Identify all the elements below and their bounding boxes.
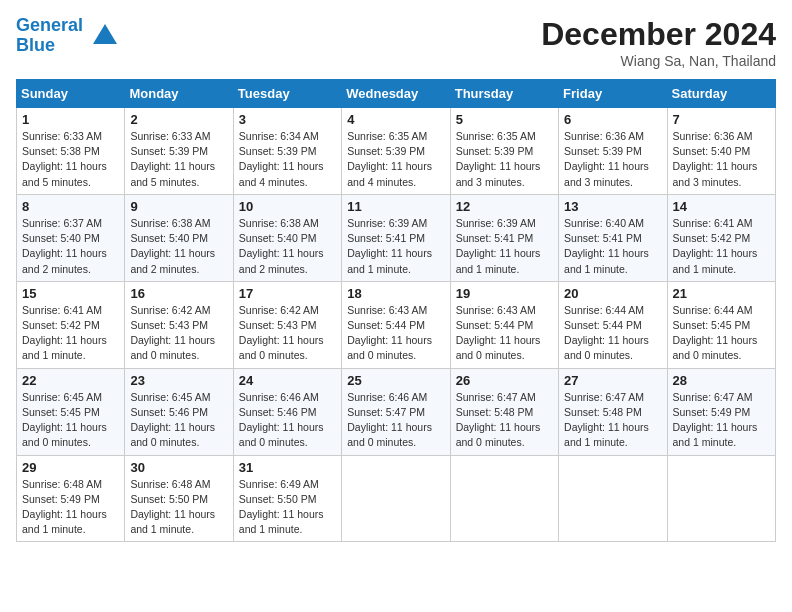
calendar-cell: 11Sunrise: 6:39 AMSunset: 5:41 PMDayligh… <box>342 194 450 281</box>
day-number: 22 <box>22 373 119 388</box>
day-number: 31 <box>239 460 336 475</box>
day-info: Sunrise: 6:43 AMSunset: 5:44 PMDaylight:… <box>347 303 444 364</box>
day-number: 13 <box>564 199 661 214</box>
day-info: Sunrise: 6:41 AMSunset: 5:42 PMDaylight:… <box>673 216 770 277</box>
title-block: December 2024 Wiang Sa, Nan, Thailand <box>541 16 776 69</box>
calendar-cell: 15Sunrise: 6:41 AMSunset: 5:42 PMDayligh… <box>17 281 125 368</box>
calendar-cell: 18Sunrise: 6:43 AMSunset: 5:44 PMDayligh… <box>342 281 450 368</box>
day-info: Sunrise: 6:34 AMSunset: 5:39 PMDaylight:… <box>239 129 336 190</box>
calendar-cell: 31Sunrise: 6:49 AMSunset: 5:50 PMDayligh… <box>233 455 341 542</box>
day-number: 1 <box>22 112 119 127</box>
calendar-week: 29Sunrise: 6:48 AMSunset: 5:49 PMDayligh… <box>17 455 776 542</box>
calendar-week: 15Sunrise: 6:41 AMSunset: 5:42 PMDayligh… <box>17 281 776 368</box>
day-number: 26 <box>456 373 553 388</box>
day-number: 2 <box>130 112 227 127</box>
day-info: Sunrise: 6:40 AMSunset: 5:41 PMDaylight:… <box>564 216 661 277</box>
day-number: 5 <box>456 112 553 127</box>
calendar-cell: 2Sunrise: 6:33 AMSunset: 5:39 PMDaylight… <box>125 108 233 195</box>
day-number: 9 <box>130 199 227 214</box>
svg-marker-0 <box>93 24 117 44</box>
calendar-cell: 23Sunrise: 6:45 AMSunset: 5:46 PMDayligh… <box>125 368 233 455</box>
day-number: 10 <box>239 199 336 214</box>
day-info: Sunrise: 6:41 AMSunset: 5:42 PMDaylight:… <box>22 303 119 364</box>
calendar-cell: 26Sunrise: 6:47 AMSunset: 5:48 PMDayligh… <box>450 368 558 455</box>
day-number: 28 <box>673 373 770 388</box>
day-info: Sunrise: 6:37 AMSunset: 5:40 PMDaylight:… <box>22 216 119 277</box>
day-info: Sunrise: 6:38 AMSunset: 5:40 PMDaylight:… <box>130 216 227 277</box>
day-number: 6 <box>564 112 661 127</box>
day-info: Sunrise: 6:46 AMSunset: 5:47 PMDaylight:… <box>347 390 444 451</box>
day-info: Sunrise: 6:44 AMSunset: 5:44 PMDaylight:… <box>564 303 661 364</box>
calendar-cell <box>559 455 667 542</box>
calendar-cell: 17Sunrise: 6:42 AMSunset: 5:43 PMDayligh… <box>233 281 341 368</box>
day-number: 16 <box>130 286 227 301</box>
calendar-cell: 27Sunrise: 6:47 AMSunset: 5:48 PMDayligh… <box>559 368 667 455</box>
calendar-week: 1Sunrise: 6:33 AMSunset: 5:38 PMDaylight… <box>17 108 776 195</box>
day-info: Sunrise: 6:48 AMSunset: 5:49 PMDaylight:… <box>22 477 119 538</box>
calendar-cell: 1Sunrise: 6:33 AMSunset: 5:38 PMDaylight… <box>17 108 125 195</box>
day-number: 27 <box>564 373 661 388</box>
calendar-cell: 16Sunrise: 6:42 AMSunset: 5:43 PMDayligh… <box>125 281 233 368</box>
day-number: 25 <box>347 373 444 388</box>
day-info: Sunrise: 6:33 AMSunset: 5:39 PMDaylight:… <box>130 129 227 190</box>
day-info: Sunrise: 6:48 AMSunset: 5:50 PMDaylight:… <box>130 477 227 538</box>
calendar-cell: 19Sunrise: 6:43 AMSunset: 5:44 PMDayligh… <box>450 281 558 368</box>
calendar-cell <box>667 455 775 542</box>
weekday-header: Friday <box>559 80 667 108</box>
calendar-cell: 5Sunrise: 6:35 AMSunset: 5:39 PMDaylight… <box>450 108 558 195</box>
day-number: 12 <box>456 199 553 214</box>
calendar: SundayMondayTuesdayWednesdayThursdayFrid… <box>16 79 776 542</box>
day-number: 24 <box>239 373 336 388</box>
day-info: Sunrise: 6:47 AMSunset: 5:48 PMDaylight:… <box>564 390 661 451</box>
calendar-cell: 28Sunrise: 6:47 AMSunset: 5:49 PMDayligh… <box>667 368 775 455</box>
calendar-cell: 4Sunrise: 6:35 AMSunset: 5:39 PMDaylight… <box>342 108 450 195</box>
day-info: Sunrise: 6:35 AMSunset: 5:39 PMDaylight:… <box>456 129 553 190</box>
calendar-cell: 9Sunrise: 6:38 AMSunset: 5:40 PMDaylight… <box>125 194 233 281</box>
day-info: Sunrise: 6:36 AMSunset: 5:39 PMDaylight:… <box>564 129 661 190</box>
day-number: 21 <box>673 286 770 301</box>
day-info: Sunrise: 6:46 AMSunset: 5:46 PMDaylight:… <box>239 390 336 451</box>
day-number: 20 <box>564 286 661 301</box>
weekday-header: Saturday <box>667 80 775 108</box>
calendar-cell <box>342 455 450 542</box>
calendar-cell: 21Sunrise: 6:44 AMSunset: 5:45 PMDayligh… <box>667 281 775 368</box>
calendar-cell: 6Sunrise: 6:36 AMSunset: 5:39 PMDaylight… <box>559 108 667 195</box>
day-number: 29 <box>22 460 119 475</box>
day-number: 17 <box>239 286 336 301</box>
day-number: 19 <box>456 286 553 301</box>
day-info: Sunrise: 6:38 AMSunset: 5:40 PMDaylight:… <box>239 216 336 277</box>
day-info: Sunrise: 6:39 AMSunset: 5:41 PMDaylight:… <box>347 216 444 277</box>
calendar-cell: 22Sunrise: 6:45 AMSunset: 5:45 PMDayligh… <box>17 368 125 455</box>
calendar-cell: 14Sunrise: 6:41 AMSunset: 5:42 PMDayligh… <box>667 194 775 281</box>
weekday-header: Tuesday <box>233 80 341 108</box>
calendar-cell: 24Sunrise: 6:46 AMSunset: 5:46 PMDayligh… <box>233 368 341 455</box>
weekday-header: Monday <box>125 80 233 108</box>
day-info: Sunrise: 6:42 AMSunset: 5:43 PMDaylight:… <box>239 303 336 364</box>
weekday-header: Wednesday <box>342 80 450 108</box>
day-info: Sunrise: 6:47 AMSunset: 5:49 PMDaylight:… <box>673 390 770 451</box>
calendar-cell: 30Sunrise: 6:48 AMSunset: 5:50 PMDayligh… <box>125 455 233 542</box>
day-info: Sunrise: 6:35 AMSunset: 5:39 PMDaylight:… <box>347 129 444 190</box>
weekday-header: Sunday <box>17 80 125 108</box>
day-number: 7 <box>673 112 770 127</box>
calendar-week: 8Sunrise: 6:37 AMSunset: 5:40 PMDaylight… <box>17 194 776 281</box>
calendar-cell: 29Sunrise: 6:48 AMSunset: 5:49 PMDayligh… <box>17 455 125 542</box>
day-number: 8 <box>22 199 119 214</box>
day-number: 18 <box>347 286 444 301</box>
calendar-cell: 13Sunrise: 6:40 AMSunset: 5:41 PMDayligh… <box>559 194 667 281</box>
day-info: Sunrise: 6:39 AMSunset: 5:41 PMDaylight:… <box>456 216 553 277</box>
calendar-header: SundayMondayTuesdayWednesdayThursdayFrid… <box>17 80 776 108</box>
day-info: Sunrise: 6:36 AMSunset: 5:40 PMDaylight:… <box>673 129 770 190</box>
month-title: December 2024 <box>541 16 776 53</box>
day-info: Sunrise: 6:44 AMSunset: 5:45 PMDaylight:… <box>673 303 770 364</box>
day-number: 15 <box>22 286 119 301</box>
logo-text: General Blue <box>16 16 83 56</box>
day-info: Sunrise: 6:43 AMSunset: 5:44 PMDaylight:… <box>456 303 553 364</box>
day-info: Sunrise: 6:45 AMSunset: 5:46 PMDaylight:… <box>130 390 227 451</box>
day-info: Sunrise: 6:33 AMSunset: 5:38 PMDaylight:… <box>22 129 119 190</box>
calendar-week: 22Sunrise: 6:45 AMSunset: 5:45 PMDayligh… <box>17 368 776 455</box>
calendar-cell: 25Sunrise: 6:46 AMSunset: 5:47 PMDayligh… <box>342 368 450 455</box>
calendar-cell: 3Sunrise: 6:34 AMSunset: 5:39 PMDaylight… <box>233 108 341 195</box>
calendar-cell: 7Sunrise: 6:36 AMSunset: 5:40 PMDaylight… <box>667 108 775 195</box>
calendar-cell: 10Sunrise: 6:38 AMSunset: 5:40 PMDayligh… <box>233 194 341 281</box>
